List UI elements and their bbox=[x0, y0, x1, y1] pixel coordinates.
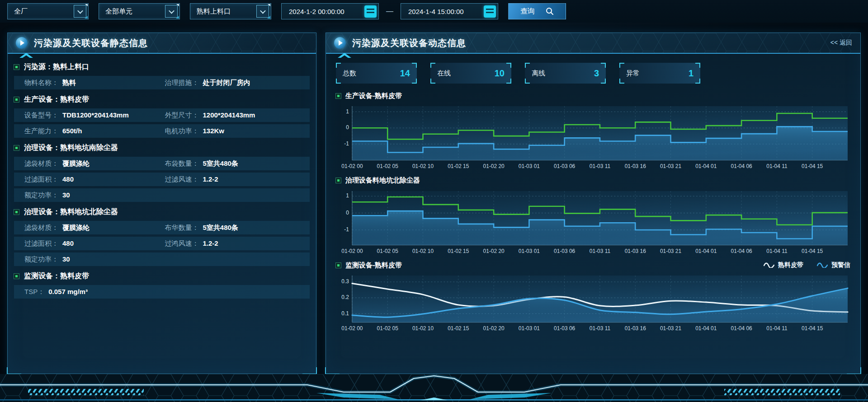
svg-text:01-03 11: 01-03 11 bbox=[590, 248, 611, 254]
source-select-value: 熟料上料口 bbox=[197, 7, 231, 16]
calendar-icon[interactable] bbox=[484, 5, 496, 18]
green-square-bullet bbox=[14, 145, 19, 150]
info-label: 额定功率： bbox=[24, 255, 58, 264]
info-value: 覆膜涤纶 bbox=[62, 224, 90, 232]
chevron-down-icon[interactable] bbox=[256, 5, 269, 18]
info-pair: 物料名称：熟料 bbox=[24, 79, 165, 87]
svg-text:01-02 05: 01-02 05 bbox=[377, 163, 399, 169]
info-row: 生产能力：650t/h电机功率：132Kw bbox=[14, 124, 310, 138]
section-title-text: 污染源：熟料上料口 bbox=[24, 62, 89, 72]
corner-bracket bbox=[412, 63, 417, 68]
calendar-icon[interactable] bbox=[364, 5, 377, 18]
info-pair: 布袋数量：5室共480条 bbox=[165, 159, 306, 168]
info-label: 布华数量： bbox=[165, 224, 199, 232]
info-row: 滤袋材质：覆膜涤纶布袋数量：5室共480条 bbox=[14, 157, 310, 170]
info-row: 额定功率：30 bbox=[14, 188, 310, 202]
footer-decoration bbox=[0, 374, 868, 402]
search-icon bbox=[546, 7, 554, 15]
source-select[interactable]: 熟料上料口 bbox=[190, 3, 271, 19]
corner-bracket bbox=[525, 79, 530, 84]
svg-text:01-03 16: 01-03 16 bbox=[625, 163, 646, 169]
header-chevron-decoration bbox=[19, 52, 34, 58]
info-value: 1200*204143mm bbox=[203, 111, 255, 119]
search-button[interactable]: 查询 bbox=[508, 3, 566, 19]
unit-select-value: 全部单元 bbox=[105, 7, 132, 16]
corner-bracket bbox=[430, 63, 435, 68]
stat-label: 离线 bbox=[532, 69, 545, 78]
corner-bracket bbox=[619, 79, 624, 84]
svg-text:01-04 06: 01-04 06 bbox=[731, 325, 753, 332]
corner-bracket bbox=[695, 63, 700, 68]
static-info-panel: 污染源及关联设备静态信息 污染源：熟料上料口物料名称：熟料治理措施：处于封闭厂房… bbox=[7, 33, 316, 374]
legend-item[interactable]: 预警信 bbox=[817, 261, 850, 269]
device-stats-row: 总数14在线10离线3异常1 bbox=[326, 54, 860, 85]
svg-text:01-04 06: 01-04 06 bbox=[731, 163, 753, 169]
svg-text:01-04 01: 01-04 01 bbox=[695, 163, 717, 169]
corner-bracket bbox=[412, 79, 417, 84]
static-info-list: 污染源：熟料上料口物料名称：熟料治理措施：处于封闭厂房内生产设备：熟料皮带设备型… bbox=[8, 54, 316, 299]
stat-label: 总数 bbox=[343, 69, 356, 78]
corner-bracket bbox=[695, 79, 700, 84]
svg-text:01-02 05: 01-02 05 bbox=[377, 325, 399, 332]
production-device-chart: 10-101-02 0001-02 0501-02 1001-02 1501-0… bbox=[336, 103, 850, 170]
info-section-title: 生产设备：熟料皮带 bbox=[14, 93, 310, 106]
info-row: 设备型号：TDB1200*204143mm外型尺寸：1200*204143mm bbox=[14, 108, 310, 122]
chart-title-row: 治理设备料地坑北除尘器 bbox=[336, 175, 850, 187]
line-series-icon bbox=[817, 262, 828, 268]
stat-card-total: 总数14 bbox=[336, 63, 417, 84]
info-value: 30 bbox=[62, 255, 70, 263]
svg-text:0.1: 0.1 bbox=[341, 310, 349, 317]
info-label: TSP： bbox=[24, 288, 44, 296]
info-pair: 过滤面积：480 bbox=[24, 239, 165, 248]
svg-text:01-02 20: 01-02 20 bbox=[483, 248, 505, 254]
date-range-separator: — bbox=[386, 7, 393, 15]
svg-text:01-02 05: 01-02 05 bbox=[377, 248, 399, 254]
unit-select[interactable]: 全部单元 bbox=[99, 3, 180, 19]
back-link[interactable]: << 返回 bbox=[830, 39, 852, 47]
legend-item[interactable]: 熟料皮带 bbox=[764, 261, 803, 269]
static-panel-title: 污染源及关联设备静态信息 bbox=[34, 37, 148, 49]
info-pair: 外型尺寸：1200*204143mm bbox=[165, 111, 306, 120]
start-datetime-input[interactable]: 2024-1-2 00:00:00 bbox=[281, 3, 379, 19]
info-value: 熟料 bbox=[62, 79, 76, 87]
chart-svg: 10-101-02 0001-02 0501-02 1001-02 1501-0… bbox=[336, 187, 850, 255]
svg-text:01-02 15: 01-02 15 bbox=[448, 248, 469, 254]
stat-value: 1 bbox=[689, 68, 693, 79]
chart-svg: 0.30.20.101-02 0001-02 0501-02 1001-02 1… bbox=[336, 272, 850, 332]
info-label: 布袋数量： bbox=[165, 159, 199, 168]
chevron-down-icon[interactable] bbox=[74, 5, 86, 18]
svg-text:1: 1 bbox=[346, 108, 349, 115]
header-chevron-decoration bbox=[337, 52, 352, 58]
info-value: 480 bbox=[62, 239, 74, 247]
svg-text:01-03 06: 01-03 06 bbox=[554, 163, 576, 169]
chevron-down-icon[interactable] bbox=[165, 5, 178, 18]
svg-text:01-02 10: 01-02 10 bbox=[412, 325, 434, 332]
green-square-bullet bbox=[14, 65, 19, 70]
info-value: 处于封闭厂房内 bbox=[203, 79, 250, 87]
plant-select[interactable]: 全厂 bbox=[7, 3, 89, 19]
back-label: 返回 bbox=[840, 39, 852, 46]
svg-text:01-03 21: 01-03 21 bbox=[660, 248, 682, 254]
svg-text:0: 0 bbox=[346, 124, 349, 131]
svg-text:01-02 15: 01-02 15 bbox=[448, 325, 469, 332]
info-label: 过滤风速： bbox=[165, 175, 199, 184]
topbar: 全厂 全部单元 熟料上料口 2024-1-2 00:00:00 — 2024-1… bbox=[0, 0, 868, 23]
info-label: 过滤面积： bbox=[24, 175, 58, 184]
corner-bracket bbox=[506, 63, 511, 68]
corner-bracket bbox=[619, 63, 624, 68]
chart-title: 生产设备-熟料皮带 bbox=[345, 92, 402, 100]
info-row: 滤袋材质：覆膜涤纶布华数量：5室共480条 bbox=[14, 221, 310, 234]
info-row: 过滤面积：480过滤风速：1.2-2 bbox=[14, 173, 310, 186]
info-label: 设备型号： bbox=[24, 111, 58, 120]
plant-select-value: 全厂 bbox=[14, 7, 28, 16]
chart-block-production-device: 生产设备-熟料皮带 10-101-02 0001-02 0501-02 1001… bbox=[326, 85, 860, 170]
section-title-text: 监测设备：熟料皮带 bbox=[24, 271, 89, 281]
info-pair: 额定功率：30 bbox=[24, 191, 165, 200]
info-row: 物料名称：熟料治理措施：处于封闭厂房内 bbox=[14, 76, 310, 89]
green-square-bullet bbox=[14, 210, 19, 215]
info-row: TSP：0.057 mg/m³ bbox=[14, 285, 310, 299]
back-arrows: << bbox=[830, 39, 838, 46]
line-series-icon bbox=[764, 262, 774, 268]
info-section-title: 监测设备：熟料皮带 bbox=[14, 269, 310, 283]
end-datetime-input[interactable]: 2024-1-4 15:00:00 bbox=[401, 3, 498, 19]
